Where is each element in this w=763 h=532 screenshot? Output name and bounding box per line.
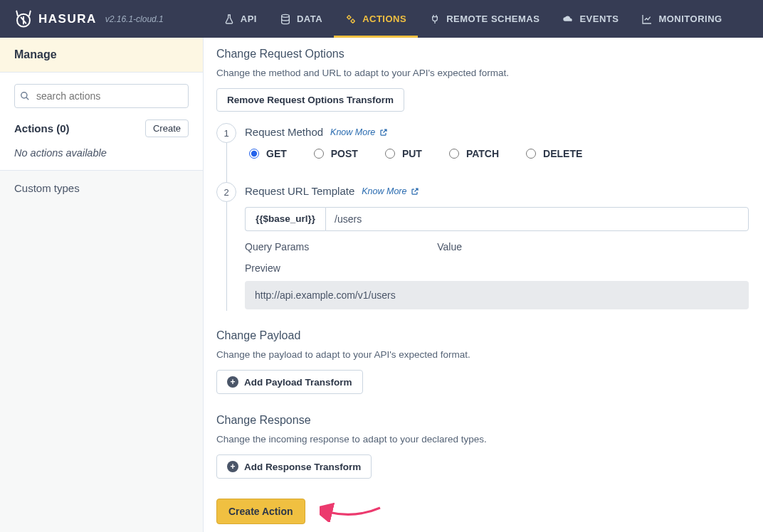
version-text: v2.16.1-cloud.1 xyxy=(105,14,164,24)
method-radio-group: GET POST PUT PATCH DELETE xyxy=(245,148,749,159)
payload-desc: Change the payload to adapt to your API'… xyxy=(216,349,749,360)
section-response: Change Response Change the incoming resp… xyxy=(216,414,749,479)
section-request-options: Change Request Options Change the method… xyxy=(216,48,749,309)
step1-know-more[interactable]: Know More xyxy=(330,127,388,137)
sidebar-custom-types[interactable]: Custom types xyxy=(0,171,203,206)
add-payload-transform-button[interactable]: + Add Payload Transform xyxy=(216,370,363,394)
method-patch[interactable]: PATCH xyxy=(449,148,499,159)
main-content: Change Request Options Change the method… xyxy=(204,38,763,532)
actions-count: Actions (0) xyxy=(14,122,70,134)
nav-items: API DATA ACTIONS REMOTE SCHEMAS EVENTS M… xyxy=(212,0,734,38)
create-action-sidebar-button[interactable]: Create xyxy=(145,119,189,137)
arrow-annotation-icon xyxy=(320,501,384,522)
cloud-icon xyxy=(562,14,574,25)
svg-point-4 xyxy=(21,92,27,98)
search-icon xyxy=(20,91,30,101)
search-box xyxy=(14,84,189,108)
request-options-desc: Change the method and URL to adapt to yo… xyxy=(216,68,749,78)
database-icon xyxy=(280,14,291,25)
plus-icon: + xyxy=(227,376,238,388)
no-actions-text: No actions available xyxy=(14,147,189,159)
nav-api[interactable]: API xyxy=(212,0,268,38)
nav-data[interactable]: DATA xyxy=(268,0,334,38)
brand-text: HASURA xyxy=(38,12,97,26)
add-response-transform-button[interactable]: + Add Response Transform xyxy=(216,454,372,479)
step-url-template: 2 Request URL Template Know More {{$base… xyxy=(245,185,749,309)
top-navbar: HASURA v2.16.1-cloud.1 API DATA ACTIONS … xyxy=(0,0,763,38)
value-label: Value xyxy=(437,241,462,252)
gears-icon xyxy=(345,14,357,25)
search-input[interactable] xyxy=(14,84,189,108)
external-link-icon xyxy=(411,187,419,196)
section-payload: Change Payload Change the payload to ada… xyxy=(216,329,749,394)
step2-title: Request URL Template xyxy=(245,185,354,197)
flask-icon xyxy=(223,14,235,25)
request-options-title: Change Request Options xyxy=(216,48,749,60)
step-badge-2: 2 xyxy=(216,182,236,202)
query-params-label: Query Params xyxy=(245,241,309,252)
url-template-input[interactable] xyxy=(325,207,749,231)
svg-point-1 xyxy=(282,14,290,17)
hasura-logo-icon xyxy=(14,10,33,28)
method-delete[interactable]: DELETE xyxy=(526,148,582,159)
create-row: Create Action xyxy=(216,499,749,524)
method-put[interactable]: PUT xyxy=(385,148,422,159)
svg-point-2 xyxy=(347,16,350,18)
nav-monitoring[interactable]: MONITORING xyxy=(630,0,733,38)
plug-icon xyxy=(429,14,441,25)
response-desc: Change the incoming response to adapt to… xyxy=(216,434,749,445)
nav-remote-schemas[interactable]: REMOTE SCHEMAS xyxy=(418,0,551,38)
response-title: Change Response xyxy=(216,414,749,427)
payload-title: Change Payload xyxy=(216,329,749,342)
sidebar-actions-panel: Actions (0) Create No actions available xyxy=(0,73,203,171)
sidebar-manage-header[interactable]: Manage xyxy=(0,38,203,73)
step-request-method: 1 Request Method Know More GET POST PUT … xyxy=(245,126,749,185)
step-badge-1: 1 xyxy=(216,123,236,143)
external-link-icon xyxy=(379,128,388,137)
step1-title: Request Method xyxy=(245,126,323,138)
step2-know-more[interactable]: Know More xyxy=(362,186,419,196)
svg-point-3 xyxy=(352,19,354,22)
create-action-button[interactable]: Create Action xyxy=(216,499,305,524)
plus-icon: + xyxy=(227,461,238,472)
chart-icon xyxy=(641,14,653,25)
preview-label: Preview xyxy=(245,262,749,274)
nav-events[interactable]: EVENTS xyxy=(551,0,630,38)
remove-request-options-button[interactable]: Remove Request Options Transform xyxy=(216,88,404,112)
nav-actions[interactable]: ACTIONS xyxy=(334,0,418,38)
method-post[interactable]: POST xyxy=(314,148,358,159)
method-get[interactable]: GET xyxy=(249,148,287,159)
brand-logo[interactable]: HASURA v2.16.1-cloud.1 xyxy=(14,10,164,28)
sidebar: Manage Actions (0) Create No actions ava… xyxy=(0,38,204,532)
url-prefix: {{$base_url}} xyxy=(245,207,325,231)
preview-box: http://api.example.com/v1/users xyxy=(245,281,749,309)
